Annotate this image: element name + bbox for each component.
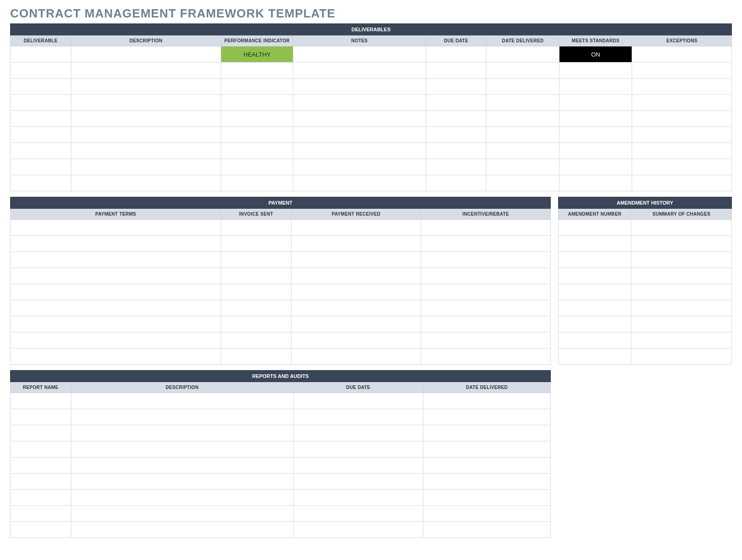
cell[interactable] [11,175,71,191]
cell[interactable] [426,79,486,95]
cell[interactable] [71,79,221,95]
cell[interactable] [11,349,221,365]
cell[interactable] [631,268,732,284]
cell[interactable] [221,175,293,191]
cell[interactable] [221,220,291,236]
cell[interactable] [559,284,631,300]
cell[interactable] [293,506,423,522]
cell[interactable] [71,474,293,490]
cell[interactable] [559,159,632,175]
cell[interactable] [71,393,293,409]
cell[interactable] [632,159,732,175]
cell[interactable] [486,95,559,111]
cell[interactable] [421,316,551,332]
cell[interactable] [293,143,426,159]
cell[interactable] [293,441,423,457]
cell[interactable] [293,159,426,175]
cell[interactable] [221,268,291,284]
cell[interactable] [631,252,732,268]
cell[interactable] [423,457,550,474]
cell[interactable] [71,409,293,425]
cell[interactable] [11,111,71,127]
cell[interactable] [221,236,291,252]
cell[interactable] [423,490,550,506]
meets-standards-cell[interactable]: ON [559,46,632,63]
cell[interactable] [559,268,631,284]
cell[interactable] [291,220,421,236]
cell[interactable] [423,409,550,425]
cell[interactable] [71,46,221,63]
cell[interactable] [11,46,71,63]
cell[interactable] [293,111,426,127]
cell[interactable] [11,425,71,441]
cell[interactable] [11,474,71,490]
cell[interactable] [11,95,71,111]
performance-indicator-cell[interactable]: HEALTHY [221,46,293,63]
cell[interactable] [423,522,550,538]
cell[interactable] [71,441,293,457]
cell[interactable] [291,268,421,284]
cell[interactable] [559,95,632,111]
cell[interactable] [486,159,559,175]
cell[interactable] [486,127,559,143]
cell[interactable] [293,393,423,409]
cell[interactable] [291,284,421,300]
cell[interactable] [71,506,293,522]
cell[interactable] [559,220,631,236]
cell[interactable] [293,95,426,111]
cell[interactable] [426,95,486,111]
cell[interactable] [559,63,632,79]
cell[interactable] [421,349,551,365]
cell[interactable] [421,220,551,236]
cell[interactable] [426,175,486,191]
cell[interactable] [11,252,221,268]
cell[interactable] [293,46,426,63]
cell[interactable] [631,332,732,349]
cell[interactable] [11,79,71,95]
cell[interactable] [559,252,631,268]
cell[interactable] [71,522,293,538]
cell[interactable] [71,143,221,159]
cell[interactable] [221,143,293,159]
cell[interactable] [421,284,551,300]
cell[interactable] [486,46,559,63]
cell[interactable] [71,95,221,111]
cell[interactable] [421,300,551,316]
cell[interactable] [632,95,732,111]
cell[interactable] [221,332,291,349]
cell[interactable] [421,332,551,349]
cell[interactable] [293,522,423,538]
cell[interactable] [11,284,221,300]
cell[interactable] [631,316,732,332]
cell[interactable] [71,111,221,127]
cell[interactable] [11,268,221,284]
cell[interactable] [221,79,293,95]
cell[interactable] [426,159,486,175]
cell[interactable] [11,220,221,236]
cell[interactable] [426,46,486,63]
cell[interactable] [221,127,293,143]
cell[interactable] [71,159,221,175]
cell[interactable] [293,474,423,490]
cell[interactable] [559,127,632,143]
cell[interactable] [631,349,732,365]
cell[interactable] [291,300,421,316]
cell[interactable] [11,441,71,457]
cell[interactable] [486,111,559,127]
cell[interactable] [71,490,293,506]
cell[interactable] [11,490,71,506]
cell[interactable] [11,143,71,159]
cell[interactable] [71,457,293,474]
cell[interactable] [632,46,732,63]
cell[interactable] [426,63,486,79]
cell[interactable] [423,425,550,441]
cell[interactable] [421,236,551,252]
cell[interactable] [632,143,732,159]
cell[interactable] [632,79,732,95]
cell[interactable] [631,284,732,300]
cell[interactable] [426,127,486,143]
cell[interactable] [293,457,423,474]
cell[interactable] [423,506,550,522]
cell[interactable] [486,79,559,95]
cell[interactable] [559,332,631,349]
